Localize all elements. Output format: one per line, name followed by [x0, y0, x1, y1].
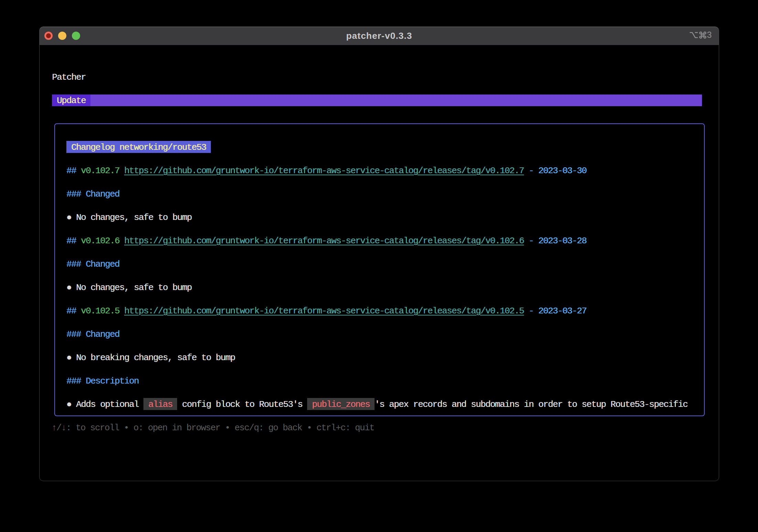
svg-text:3: 3	[707, 32, 712, 38]
